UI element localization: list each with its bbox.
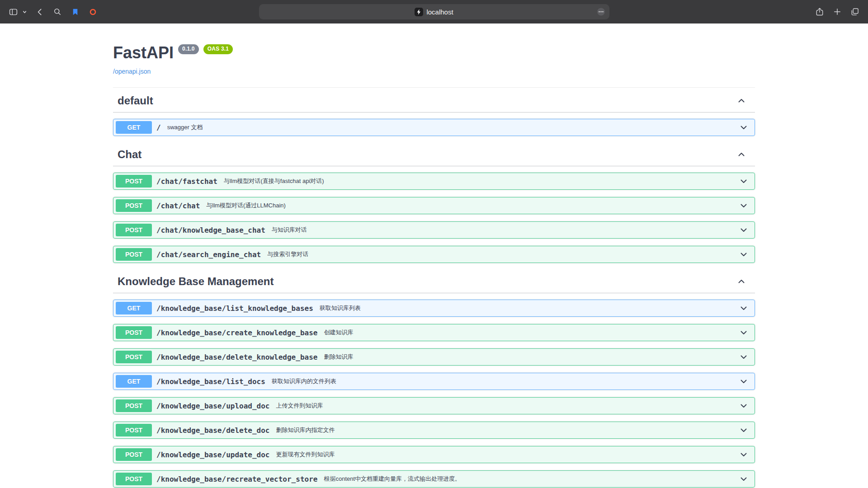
operation-summary[interactable]: POST /knowledge_base/delete_doc 删除知识库内指定… <box>113 422 755 438</box>
api-tag-section: Chat POST /chat/fastchat 与llm模型对话(直接与fas… <box>113 143 755 263</box>
api-title-text: FastAPI <box>113 43 174 62</box>
http-method-badge: POST <box>116 424 152 436</box>
http-method-badge: GET <box>116 375 152 388</box>
operation-description: 与搜索引擎对话 <box>267 250 739 258</box>
operation-summary[interactable]: GET / swagger 文档 <box>113 119 755 136</box>
expand-operation-icon[interactable] <box>739 201 748 210</box>
operation-path: /knowledge_base/upload_doc <box>156 402 269 410</box>
operation-path: /knowledge_base/create_knowledge_base <box>156 328 317 337</box>
back-button[interactable] <box>35 7 45 17</box>
new-tab-button[interactable] <box>832 7 842 17</box>
operation-summary[interactable]: POST /chat/fastchat 与llm模型对话(直接与fastchat… <box>113 173 755 189</box>
toolbar-left-group <box>8 7 259 17</box>
url-text: localhost <box>426 8 453 16</box>
operation-row: POST /chat/knowledge_base_chat 与知识库对话 <box>113 221 755 239</box>
collapse-section-icon[interactable] <box>737 277 746 286</box>
http-method-badge: POST <box>116 248 152 261</box>
operation-description: 上传文件到知识库 <box>276 402 739 410</box>
operation-row: POST /knowledge_base/recreate_vector_sto… <box>113 470 755 488</box>
operation-description: 获取知识库内的文件列表 <box>272 377 739 385</box>
pinned-tab-blue-icon[interactable] <box>70 7 80 17</box>
collapse-section-icon[interactable] <box>737 150 746 159</box>
http-method-badge: GET <box>116 121 152 134</box>
operation-summary[interactable]: POST /knowledge_base/update_doc 更新现有文件到知… <box>113 446 755 463</box>
operation-description: 创建知识库 <box>324 328 739 337</box>
operation-list: GET /knowledge_base/list_knowledge_bases… <box>113 293 755 488</box>
tag-header[interactable]: Chat <box>113 143 755 166</box>
version-badge: 0.1.0 <box>178 44 199 54</box>
swagger-page: FastAPI 0.1.0 OAS 3.1 /openapi.json defa… <box>0 23 868 488</box>
share-button[interactable] <box>815 7 825 17</box>
tag-name: Chat <box>118 148 737 161</box>
address-bar[interactable]: localhost <box>259 4 609 19</box>
operation-path: /knowledge_base/update_doc <box>156 450 269 459</box>
operation-summary[interactable]: POST /chat/knowledge_base_chat 与知识库对话 <box>113 222 755 238</box>
api-info-section: FastAPI 0.1.0 OAS 3.1 /openapi.json <box>113 23 755 88</box>
pinned-tab-orange-icon[interactable] <box>88 7 98 17</box>
api-sections: default GET / swagger 文档 Chat POST /ch <box>113 89 755 488</box>
operation-row: POST /chat/search_engine_chat 与搜索引擎对话 <box>113 246 755 263</box>
expand-operation-icon[interactable] <box>739 450 748 459</box>
collapse-section-icon[interactable] <box>737 96 746 105</box>
http-method-badge: POST <box>116 448 152 461</box>
sidebar-chevron-down-icon[interactable] <box>22 7 27 17</box>
operation-path: /chat/fastchat <box>156 177 217 186</box>
expand-operation-icon[interactable] <box>739 401 748 410</box>
operation-summary[interactable]: POST /chat/chat 与llm模型对话(通过LLMChain) <box>113 197 755 214</box>
tab-overview-button[interactable] <box>850 7 860 17</box>
operation-description: 删除知识库内指定文件 <box>276 426 739 434</box>
operation-row: POST /chat/chat 与llm模型对话(通过LLMChain) <box>113 197 755 214</box>
tag-header[interactable]: Knowledge Base Management <box>113 270 755 293</box>
operation-path: / <box>156 123 161 132</box>
expand-operation-icon[interactable] <box>739 123 748 132</box>
site-favicon-icon <box>415 8 423 16</box>
operation-description: 根据content中文档重建向量库，流式输出处理进度。 <box>324 475 739 483</box>
api-tag-section: Knowledge Base Management GET /knowledge… <box>113 270 755 488</box>
operation-summary[interactable]: POST /knowledge_base/upload_doc 上传文件到知识库 <box>113 398 755 414</box>
api-tag-section: default GET / swagger 文档 <box>113 89 755 136</box>
operation-summary[interactable]: GET /knowledge_base/list_docs 获取知识库内的文件列… <box>113 373 755 389</box>
expand-operation-icon[interactable] <box>739 474 748 483</box>
operation-path: /knowledge_base/list_docs <box>156 377 265 386</box>
expand-operation-icon[interactable] <box>739 177 748 186</box>
operation-summary[interactable]: POST /knowledge_base/recreate_vector_sto… <box>113 471 755 487</box>
operation-row: POST /knowledge_base/delete_doc 删除知识库内指定… <box>113 422 755 439</box>
operation-summary[interactable]: POST /knowledge_base/create_knowledge_ba… <box>113 324 755 341</box>
http-method-badge: POST <box>116 351 152 363</box>
oas-badge: OAS 3.1 <box>203 44 233 54</box>
operation-path: /knowledge_base/list_knowledge_bases <box>156 304 313 313</box>
expand-operation-icon[interactable] <box>739 426 748 435</box>
operation-row: GET /knowledge_base/list_knowledge_bases… <box>113 300 755 317</box>
expand-operation-icon[interactable] <box>739 352 748 361</box>
operation-summary[interactable]: POST /chat/search_engine_chat 与搜索引擎对话 <box>113 246 755 263</box>
expand-operation-icon[interactable] <box>739 377 748 386</box>
expand-operation-icon[interactable] <box>739 328 748 337</box>
expand-operation-icon[interactable] <box>739 304 748 313</box>
tag-name: Knowledge Base Management <box>118 275 737 288</box>
http-method-badge: POST <box>116 473 152 485</box>
http-method-badge: POST <box>116 224 152 236</box>
operation-description: 与llm模型对话(通过LLMChain) <box>206 202 739 210</box>
expand-operation-icon[interactable] <box>739 250 748 259</box>
operation-row: POST /knowledge_base/update_doc 更新现有文件到知… <box>113 446 755 463</box>
search-icon[interactable] <box>52 7 62 17</box>
operation-summary[interactable]: POST /knowledge_base/delete_knowledge_ba… <box>113 349 755 365</box>
operation-path: /knowledge_base/delete_doc <box>156 426 269 435</box>
openapi-json-link[interactable]: /openapi.json <box>113 68 151 75</box>
page-more-options-icon[interactable] <box>597 8 605 16</box>
sidebar-toggle-button[interactable] <box>8 7 18 17</box>
operation-path: /knowledge_base/delete_knowledge_base <box>156 353 317 361</box>
tag-name: default <box>118 94 737 107</box>
http-method-badge: POST <box>116 399 152 412</box>
operation-path: /knowledge_base/recreate_vector_store <box>156 475 317 483</box>
operation-list: POST /chat/fastchat 与llm模型对话(直接与fastchat… <box>113 166 755 263</box>
operation-row: POST /chat/fastchat 与llm模型对话(直接与fastchat… <box>113 173 755 190</box>
expand-operation-icon[interactable] <box>739 225 748 235</box>
http-method-badge: POST <box>116 175 152 188</box>
operation-path: /chat/knowledge_base_chat <box>156 226 265 235</box>
http-method-badge: GET <box>116 302 152 314</box>
operation-row: POST /knowledge_base/delete_knowledge_ba… <box>113 348 755 366</box>
tag-header[interactable]: default <box>113 89 755 113</box>
operation-summary[interactable]: GET /knowledge_base/list_knowledge_bases… <box>113 300 755 316</box>
operation-row: POST /knowledge_base/upload_doc 上传文件到知识库 <box>113 397 755 414</box>
